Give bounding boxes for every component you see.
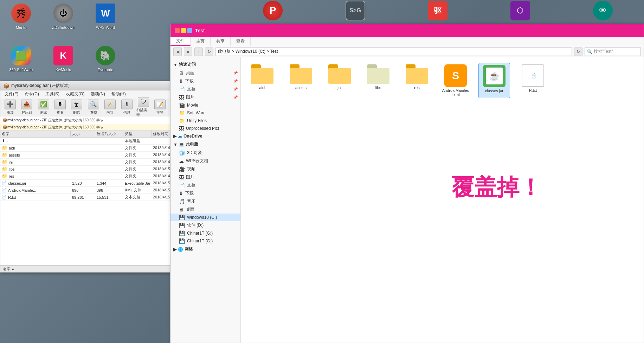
desktop-icon-kwmusic[interactable]: K KwMusic bbox=[49, 46, 77, 72]
sidebar-item-docs1[interactable]: 📄 文档 📌 bbox=[170, 85, 240, 93]
docs2-icon: 📄 bbox=[179, 183, 185, 188]
menu-file[interactable]: 文件(F) bbox=[2, 90, 21, 98]
table-row[interactable]: 📁 assets 文件夹 2018/4/14 星... bbox=[0, 152, 170, 159]
ribbon-tab-file[interactable]: 文件 bbox=[170, 37, 191, 46]
sidebar-section-pc[interactable]: ▼ 💻 此电脑 bbox=[170, 140, 240, 149]
file-item-classesjar[interactable]: ☕ classes.jar bbox=[478, 63, 510, 98]
software-icon: 📁 bbox=[179, 110, 185, 116]
sidebar-section-onedrive[interactable]: ▶ ☁ OneDrive bbox=[170, 132, 240, 140]
taskbar-app-driver[interactable]: 驱 bbox=[428, 1, 447, 20]
toolbar-add[interactable]: ➕ 添加 bbox=[2, 99, 18, 116]
ribbon-tab-home[interactable]: 主页 bbox=[191, 37, 211, 46]
file-item-res[interactable]: res bbox=[401, 63, 433, 98]
col-type[interactable]: 类型 bbox=[123, 131, 152, 137]
sidebar-item-win10c[interactable]: 💾 Windows10 (C:) bbox=[170, 214, 240, 221]
taskbar-app-sublime[interactable]: S>G bbox=[346, 1, 365, 20]
toolbar-scan[interactable]: 🛡 扫描病毒 bbox=[136, 96, 151, 118]
table-row[interactable]: 📁 res 文件夹 2018/4/14 星... bbox=[0, 173, 170, 180]
toolbar-test[interactable]: ✅ 测试 bbox=[36, 99, 51, 116]
winrar-titlebar: 📦 mylibrary-debug.aar (评估版本) bbox=[0, 81, 170, 90]
file-item-jni[interactable]: jni bbox=[324, 63, 355, 98]
sidebar-item-3d[interactable]: 🧊 3D 对象 bbox=[170, 149, 240, 157]
row-name: 📄 R.txt bbox=[0, 194, 71, 201]
aidl-folder-icon bbox=[251, 64, 273, 84]
menu-options[interactable]: 选项(N) bbox=[88, 90, 108, 98]
desktop-icon-meitu[interactable]: 秀 MeiTu bbox=[7, 4, 35, 30]
taskbar-app-vs[interactable]: ⬡ bbox=[510, 1, 530, 20]
row-size bbox=[71, 159, 95, 165]
table-row[interactable]: ⬆ .. 本地磁盘 bbox=[0, 138, 170, 145]
toolbar-delete[interactable]: 🗑 删除 bbox=[69, 99, 84, 116]
classesjar-icon: ☕ bbox=[483, 65, 505, 87]
desktop-icon-360[interactable]: 🟩 360 SoftWare bbox=[7, 46, 35, 72]
taskbar-app-eye[interactable]: 👁 bbox=[593, 1, 613, 20]
win10c-label: Windows10 (C:) bbox=[187, 215, 217, 220]
sidebar-item-chinar2[interactable]: 💾 Chinar1T (G:) bbox=[170, 237, 240, 245]
addr-refresh-btn[interactable]: ↻ bbox=[574, 47, 582, 56]
sidebar-item-pics1[interactable]: 🖼 图片 📌 bbox=[170, 93, 240, 101]
sidebar-item-wps-cloud[interactable]: ☁ WPS云文档 bbox=[170, 157, 240, 165]
address-path[interactable]: 此电脑 > Windows10 (C:) > Test bbox=[215, 47, 572, 56]
sidebar-item-unity[interactable]: 📁 Unity Files bbox=[170, 117, 240, 125]
menu-cmd[interactable]: 命令(C) bbox=[22, 90, 42, 98]
toolbar-view[interactable]: 👁 查看 bbox=[52, 99, 67, 116]
file-item-rtxt[interactable]: 📄 R.txt bbox=[517, 63, 549, 98]
sidebar-item-music[interactable]: 🎵 音乐 bbox=[170, 197, 240, 205]
toolbar-find[interactable]: 🔍 查找 bbox=[86, 99, 101, 116]
sidebar-item-desktop2[interactable]: 🖥 桌面 bbox=[170, 205, 240, 214]
row-compressed bbox=[95, 152, 123, 158]
taskbar-app-typify[interactable]: P bbox=[263, 1, 283, 20]
sidebar-item-video[interactable]: 🎥 视频 bbox=[170, 165, 240, 173]
menu-fav[interactable]: 收藏夹(O) bbox=[63, 90, 87, 98]
sidebar-item-download1[interactable]: ⬇ 下载 📌 bbox=[170, 77, 240, 85]
toolbar-extract[interactable]: 📤 解压到 bbox=[19, 99, 34, 116]
table-row[interactable]: 📁 aidl 文件夹 2018/4/14 星... bbox=[0, 145, 170, 152]
unprocessed-icon: 🖼 bbox=[179, 126, 184, 131]
sidebar-item-unprocessed[interactable]: 🖼 Unprocessed Pict bbox=[170, 125, 240, 132]
menu-help[interactable]: 帮助(H) bbox=[109, 90, 129, 98]
360-label: 360 SoftWare bbox=[9, 68, 33, 72]
toolbar-comment[interactable]: 📝 注释 bbox=[153, 99, 168, 116]
nav-refresh[interactable]: ↻ bbox=[205, 47, 213, 56]
sidebar-item-movie[interactable]: 🎬 Movie bbox=[170, 101, 240, 109]
desktop-icon-evernote[interactable]: 🐘 Evernote bbox=[91, 46, 120, 72]
winrar-info: 📦 mylibrary-debug.aar - ZIP 压缩文件, 解包大小为 … bbox=[0, 124, 170, 131]
sidebar-item-soft-d[interactable]: 💾 软件 (D:) bbox=[170, 221, 240, 229]
table-row[interactable]: 📄 R.txt 89,261 15,531 文本文档 2018/4/15 星..… bbox=[0, 194, 170, 201]
3d-icon: 🧊 bbox=[179, 150, 185, 156]
sidebar-item-software[interactable]: 📁 Soft Ware bbox=[170, 109, 240, 117]
ribbon-tab-share[interactable]: 共享 bbox=[211, 37, 231, 46]
sidebar-section-quick-access[interactable]: ▼ 快速访问 bbox=[170, 60, 240, 69]
file-item-androidmanifest[interactable]: S AndroidManifest.xml bbox=[440, 63, 471, 98]
search-box[interactable]: 🔍 搜索"Test" bbox=[585, 47, 641, 56]
table-row[interactable]: 📁 jni 文件夹 2018/4/14 星... bbox=[0, 159, 170, 166]
ribbon-tab-view[interactable]: 查看 bbox=[231, 37, 251, 46]
nav-forward[interactable]: ▶ bbox=[184, 47, 192, 56]
row-compressed bbox=[95, 173, 123, 179]
col-size[interactable]: 大小 bbox=[71, 131, 95, 137]
file-item-libs[interactable]: libs bbox=[362, 63, 394, 98]
desktop-icon-zdshutdown[interactable]: ⏻ ZDShutdown bbox=[49, 4, 77, 30]
nav-up[interactable]: ↑ bbox=[194, 47, 203, 56]
sidebar-item-desktop1[interactable]: 🖥 桌面 📌 bbox=[170, 69, 240, 77]
winrar-file-list[interactable]: ⬆ .. 本地磁盘 📁 aidl 文件夹 2018/4/14 星... 📁 as… bbox=[0, 138, 170, 265]
file-item-aidl[interactable]: aidl bbox=[246, 63, 278, 98]
sidebar-section-network[interactable]: ▶ 🌐 网络 bbox=[170, 245, 240, 254]
sidebar-item-pics2[interactable]: 🖼 图片 bbox=[170, 173, 240, 181]
sidebar-item-chinar1[interactable]: 💾 Chinar1T (G:) bbox=[170, 229, 240, 237]
sidebar-item-downloads2[interactable]: ⬇ 下载 bbox=[170, 189, 240, 197]
table-row[interactable]: 📄 AndroidManife... 896 398 XML 文件 2018/4… bbox=[0, 187, 170, 194]
toolbar-info[interactable]: ℹ 信息 bbox=[119, 99, 134, 116]
sidebar-item-docs2[interactable]: 📄 文档 bbox=[170, 181, 240, 189]
file-item-assets[interactable]: assets bbox=[285, 63, 317, 98]
desktop-icon-wps[interactable]: W WPS Word bbox=[91, 4, 120, 30]
res-folder-icon bbox=[406, 64, 428, 84]
col-name[interactable]: 名字 bbox=[0, 131, 71, 137]
row-type: 文件夹 bbox=[123, 159, 152, 165]
table-row[interactable]: 📄 classes.jar 1,520 1,344 Executable Jar… bbox=[0, 180, 170, 187]
col-compressed[interactable]: 压缩后大小 bbox=[95, 131, 123, 137]
nav-back[interactable]: ◀ bbox=[173, 47, 182, 56]
toolbar-wizard[interactable]: 🪄 向导 bbox=[102, 99, 117, 116]
menu-tools[interactable]: 工具(S) bbox=[43, 90, 62, 98]
table-row[interactable]: 📁 libs 文件夹 2018/4/15 星... bbox=[0, 166, 170, 173]
